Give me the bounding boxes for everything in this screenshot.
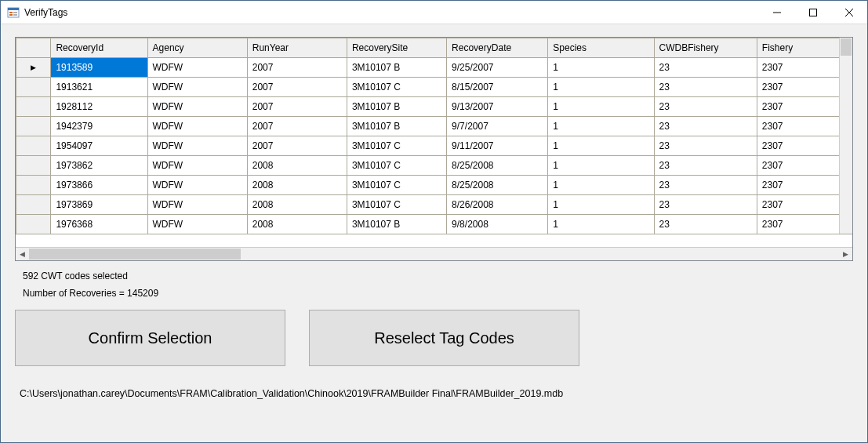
cell[interactable]: 2307 xyxy=(757,78,852,97)
cell[interactable]: 2307 xyxy=(757,176,852,195)
cell[interactable]: 9/8/2008 xyxy=(447,215,548,234)
cell[interactable]: WDFW xyxy=(147,58,247,78)
table-row[interactable]: 1942379WDFW20073M10107 B9/7/20071232307 xyxy=(16,117,852,136)
row-header[interactable] xyxy=(16,117,51,136)
cell[interactable]: 2008 xyxy=(247,176,347,195)
horizontal-scrollbar-track[interactable] xyxy=(29,248,839,260)
cell[interactable]: 23 xyxy=(654,176,757,195)
column-header[interactable]: Fishery xyxy=(757,38,852,58)
data-grid[interactable]: RecoveryId Agency RunYear RecoverySite R… xyxy=(15,37,853,261)
cell[interactable]: WDFW xyxy=(147,78,247,97)
cell[interactable]: 8/26/2008 xyxy=(447,195,548,215)
cell[interactable]: 1 xyxy=(548,156,654,176)
cell[interactable]: 1 xyxy=(548,136,654,156)
cell[interactable]: 3M10107 C xyxy=(347,195,446,215)
column-header[interactable]: RecoveryId xyxy=(51,38,147,58)
cell[interactable]: 8/25/2008 xyxy=(447,176,548,195)
cell[interactable]: 9/25/2007 xyxy=(447,58,548,78)
data-table[interactable]: RecoveryId Agency RunYear RecoverySite R… xyxy=(16,38,852,234)
row-header[interactable] xyxy=(16,176,51,195)
horizontal-scrollbar[interactable]: ◀ ▶ xyxy=(16,247,852,260)
cell[interactable]: 9/7/2007 xyxy=(447,117,548,136)
cell[interactable]: WDFW xyxy=(147,117,247,136)
cell[interactable]: 2008 xyxy=(247,195,347,215)
cell[interactable]: 23 xyxy=(654,117,757,136)
row-header[interactable] xyxy=(16,97,51,117)
cell[interactable]: 3M10107 C xyxy=(347,78,446,97)
cell[interactable]: 3M10107 B xyxy=(347,117,446,136)
cell[interactable]: 1942379 xyxy=(51,117,147,136)
cell[interactable]: 1973862 xyxy=(51,156,147,176)
cell[interactable]: 8/25/2008 xyxy=(447,156,548,176)
column-header[interactable]: RecoveryDate xyxy=(447,38,548,58)
cell[interactable]: WDFW xyxy=(147,215,247,234)
column-header[interactable]: CWDBFishery xyxy=(654,38,757,58)
vertical-scrollbar-thumb[interactable] xyxy=(841,38,852,56)
row-header[interactable] xyxy=(16,58,51,78)
scroll-right-arrow-icon[interactable]: ▶ xyxy=(839,248,852,261)
row-header[interactable] xyxy=(16,215,51,234)
row-header[interactable] xyxy=(16,78,51,97)
close-button[interactable] xyxy=(831,1,867,24)
cell[interactable]: 1973866 xyxy=(51,176,147,195)
scroll-left-arrow-icon[interactable]: ◀ xyxy=(16,248,29,261)
cell[interactable]: 9/13/2007 xyxy=(447,97,548,117)
table-row[interactable]: 1928112WDFW20073M10107 B9/13/20071232307 xyxy=(16,97,852,117)
cell[interactable]: 2007 xyxy=(247,58,347,78)
row-header[interactable] xyxy=(16,136,51,156)
vertical-scrollbar[interactable] xyxy=(839,38,852,234)
cell[interactable]: 1913589 xyxy=(51,58,147,78)
cell[interactable]: 3M10107 C xyxy=(347,136,446,156)
table-row[interactable]: 1913621WDFW20073M10107 C8/15/20071232307 xyxy=(16,78,852,97)
cell[interactable]: 2307 xyxy=(757,58,852,78)
column-header[interactable]: RecoverySite xyxy=(347,38,446,58)
reselect-tag-codes-button[interactable]: Reselect Tag Codes xyxy=(309,310,579,366)
cell[interactable]: 1976368 xyxy=(51,215,147,234)
cell[interactable]: 2307 xyxy=(757,97,852,117)
cell[interactable]: 23 xyxy=(654,195,757,215)
cell[interactable]: 1 xyxy=(548,97,654,117)
cell[interactable]: 2307 xyxy=(757,156,852,176)
cell[interactable]: 2007 xyxy=(247,136,347,156)
cell[interactable]: 23 xyxy=(654,136,757,156)
cell[interactable]: WDFW xyxy=(147,176,247,195)
table-row[interactable]: 1973862WDFW20083M10107 C8/25/20081232307 xyxy=(16,156,852,176)
minimize-button[interactable] xyxy=(759,1,795,24)
column-header-rowselector[interactable] xyxy=(16,38,51,58)
cell[interactable]: 23 xyxy=(654,215,757,234)
cell[interactable]: 2007 xyxy=(247,117,347,136)
cell[interactable]: 1 xyxy=(548,58,654,78)
cell[interactable]: 1 xyxy=(548,215,654,234)
maximize-button[interactable] xyxy=(795,1,831,24)
cell[interactable]: 1913621 xyxy=(51,78,147,97)
cell[interactable]: 3M10107 B xyxy=(347,97,446,117)
row-header[interactable] xyxy=(16,156,51,176)
horizontal-scrollbar-thumb[interactable] xyxy=(29,249,241,260)
cell[interactable]: 2307 xyxy=(757,136,852,156)
column-header[interactable]: RunYear xyxy=(247,38,347,58)
table-row[interactable]: 1976368WDFW20083M10107 B9/8/20081232307 xyxy=(16,215,852,234)
cell[interactable]: 23 xyxy=(654,97,757,117)
row-header[interactable] xyxy=(16,195,51,215)
cell[interactable]: 3M10107 B xyxy=(347,58,446,78)
cell[interactable]: 1973869 xyxy=(51,195,147,215)
cell[interactable]: WDFW xyxy=(147,195,247,215)
cell[interactable]: 2307 xyxy=(757,195,852,215)
cell[interactable]: 1954097 xyxy=(51,136,147,156)
cell[interactable]: 23 xyxy=(654,58,757,78)
cell[interactable]: 2008 xyxy=(247,156,347,176)
cell[interactable]: 2008 xyxy=(247,215,347,234)
cell[interactable]: 1 xyxy=(548,117,654,136)
table-row[interactable]: 1973869WDFW20083M10107 C8/26/20081232307 xyxy=(16,195,852,215)
column-header[interactable]: Species xyxy=(548,38,654,58)
cell[interactable]: 23 xyxy=(654,78,757,97)
table-row[interactable]: 1973866WDFW20083M10107 C8/25/20081232307 xyxy=(16,176,852,195)
confirm-selection-button[interactable]: Confirm Selection xyxy=(15,310,285,366)
cell[interactable]: 3M10107 C xyxy=(347,156,446,176)
cell[interactable]: 8/15/2007 xyxy=(447,78,548,97)
cell[interactable]: 3M10107 C xyxy=(347,176,446,195)
cell[interactable]: 3M10107 B xyxy=(347,215,446,234)
cell[interactable]: WDFW xyxy=(147,97,247,117)
table-row[interactable]: 1954097WDFW20073M10107 C9/11/20071232307 xyxy=(16,136,852,156)
cell[interactable]: 1 xyxy=(548,78,654,97)
